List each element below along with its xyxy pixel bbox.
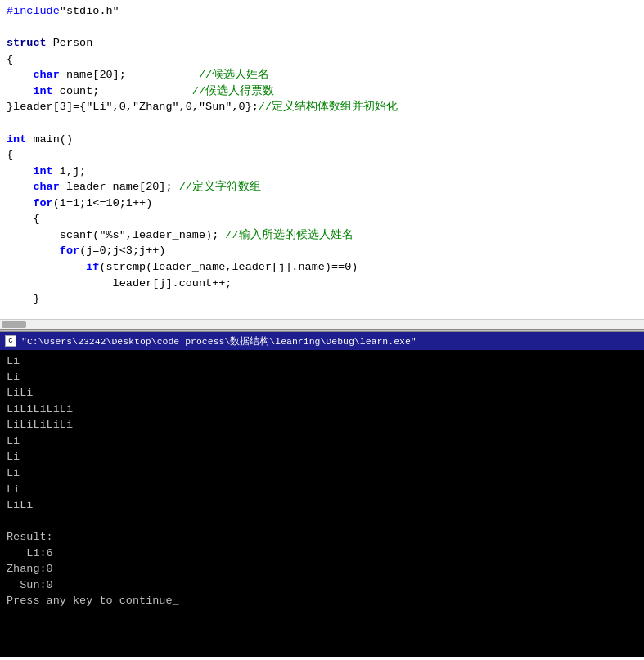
code-line: char leader_name[20]; //定义字符数组 [7,179,637,195]
code-line: for(i=1;i<=10;i++) [7,195,637,212]
code-line: #include"stdio.h" [7,3,637,20]
code-line: if(strcmp(leader_name,leader[j].name)==0… [7,259,637,276]
code-line: struct Person [7,35,637,52]
console-window: C "C:\Users\23242\Desktop\code process\数… [0,332,644,657]
code-line [7,115,637,132]
code-line: { [7,52,637,68]
code-line: int count; //候选人得票数 [7,83,637,100]
code-editor: #include"stdio.h" struct Person{ char na… [0,0,644,319]
scroll-thumb[interactable] [2,321,26,328]
code-line [7,20,637,36]
code-line: { [7,147,637,164]
code-line: leader[j].count++; [7,276,637,292]
console-icon: C [5,335,16,347]
console-title: "C:\Users\23242\Desktop\code process\数据结… [21,335,417,348]
code-line: { [7,211,637,227]
console-body: Li Li LiLi LiLiLiLiLi LiLiLiLiLi Li Li L… [0,350,644,613]
code-line: }leader[3]={"Li",0,"Zhang",0,"Sun",0};//… [7,99,637,115]
code-line: scanf("%s",leader_name); //输入所选的候选人姓名 [7,227,637,244]
code-line: int i,j; [7,164,637,180]
code-line: int main() [7,132,637,148]
console-titlebar: C "C:\Users\23242\Desktop\code process\数… [0,332,644,350]
scroll-bar[interactable] [0,319,644,329]
code-line: } [7,291,637,308]
code-line: char name[20]; //候选人姓名 [7,67,637,83]
code-line: for(j=0;j<3;j++) [7,243,637,259]
